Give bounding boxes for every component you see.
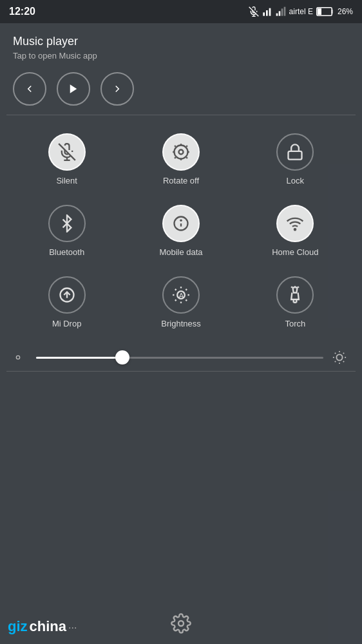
- bluetooth-icon: [58, 214, 76, 232]
- svg-line-57: [335, 361, 336, 362]
- brightness-label: Brightness: [161, 319, 200, 328]
- svg-line-20: [186, 146, 187, 147]
- notification-panel: Music player Tap to open Music app: [0, 23, 362, 644]
- play-button[interactable]: [57, 72, 90, 106]
- silent-icon: [58, 143, 76, 161]
- next-icon: [111, 83, 123, 95]
- svg-point-50: [336, 354, 342, 360]
- svg-line-36: [175, 289, 176, 290]
- watermark: giz china ···: [8, 618, 77, 635]
- bluetooth-label: Bluetooth: [49, 247, 84, 257]
- battery-label: 26%: [338, 7, 353, 16]
- music-player: Music player Tap to open Music app: [0, 23, 362, 115]
- mi-drop-icon: [58, 286, 76, 304]
- brightness-icon: A: [172, 286, 190, 304]
- brightness-track[interactable]: [36, 357, 323, 359]
- music-controls: [13, 72, 349, 106]
- svg-rect-6: [276, 14, 278, 16]
- music-player-subtitle: Tap to open Music app: [13, 51, 349, 61]
- bluetooth-icon-circle: [48, 205, 86, 242]
- watermark-giz: giz: [8, 618, 28, 635]
- svg-rect-5: [269, 8, 271, 16]
- status-bar: 12:20 airtel E 26%: [0, 0, 362, 23]
- quick-settings-grid: Silent Rotate off: [0, 115, 362, 335]
- svg-rect-9: [283, 7, 285, 16]
- torch-icon: [286, 286, 304, 304]
- qs-mi-drop[interactable]: Mi Drop: [13, 276, 120, 328]
- rotate-off-icon: [172, 143, 190, 161]
- brightness-thumb[interactable]: [115, 350, 129, 365]
- qs-silent[interactable]: Silent: [13, 133, 120, 185]
- brightness-max-icon: [332, 350, 349, 365]
- svg-point-31: [294, 229, 296, 230]
- brightness-slider-row: [0, 335, 362, 371]
- svg-line-40: [175, 299, 176, 301]
- svg-line-58: [343, 353, 344, 354]
- watermark-china: china: [30, 618, 66, 635]
- svg-rect-11: [318, 8, 321, 15]
- svg-line-26: [175, 146, 176, 147]
- svg-point-18: [178, 150, 183, 155]
- mute-icon: [249, 6, 259, 17]
- settings-button[interactable]: [171, 613, 191, 634]
- svg-rect-7: [278, 11, 280, 15]
- next-button[interactable]: [100, 72, 134, 106]
- svg-rect-4: [266, 10, 268, 16]
- svg-line-54: [343, 361, 344, 362]
- qs-bluetooth[interactable]: Bluetooth: [13, 205, 120, 257]
- svg-line-24: [175, 157, 176, 158]
- prev-button[interactable]: [13, 72, 46, 106]
- home-cloud-icon-circle: [276, 205, 314, 242]
- prev-icon: [24, 83, 35, 95]
- status-icons: airtel E 26%: [249, 6, 353, 17]
- svg-line-41: [186, 289, 187, 290]
- qs-home-cloud[interactable]: Home Cloud: [242, 205, 349, 257]
- sun-min-icon: [13, 352, 23, 363]
- silent-icon-circle: [48, 133, 86, 171]
- play-icon: [68, 83, 79, 95]
- svg-line-22: [186, 157, 187, 158]
- silent-label: Silent: [56, 176, 77, 185]
- carrier-label: airtel E: [289, 7, 313, 16]
- sun-max-icon: [332, 350, 347, 365]
- svg-rect-27: [289, 151, 302, 160]
- rotate-off-label: Rotate off: [163, 176, 199, 185]
- svg-point-17: [174, 146, 187, 159]
- mi-drop-icon-circle: [48, 276, 86, 314]
- qs-lock[interactable]: Lock: [242, 133, 349, 185]
- home-cloud-label: Home Cloud: [272, 247, 318, 257]
- music-player-title: Music player: [13, 35, 349, 48]
- qs-mobile-data[interactable]: Mobile data: [127, 205, 234, 257]
- lock-icon: [286, 143, 304, 161]
- signal-icon: [276, 6, 286, 17]
- qs-brightness[interactable]: A Brightness: [127, 276, 234, 328]
- watermark-dots: ···: [68, 622, 77, 634]
- svg-text:A: A: [178, 291, 184, 299]
- lock-label: Lock: [287, 176, 304, 185]
- qs-torch[interactable]: Torch: [242, 276, 349, 328]
- brightness-fill: [36, 357, 122, 359]
- svg-point-49: [16, 355, 19, 359]
- status-time: 12:20: [9, 6, 35, 17]
- qs-rotate-off[interactable]: Rotate off: [127, 133, 234, 185]
- svg-line-47: [291, 287, 292, 287]
- mobile-data-icon: [172, 214, 190, 232]
- torch-label: Torch: [285, 319, 305, 328]
- mi-drop-label: Mi Drop: [52, 319, 82, 328]
- mobile-data-icon-circle: [162, 205, 200, 242]
- brightness-icon-circle: A: [162, 276, 200, 314]
- svg-line-48: [298, 287, 299, 287]
- svg-marker-13: [70, 84, 77, 93]
- network-icon: [262, 6, 272, 17]
- mobile-data-label: Mobile data: [159, 247, 202, 257]
- rotate-off-icon-circle: [162, 133, 200, 171]
- svg-point-59: [178, 621, 184, 626]
- torch-icon-circle: [276, 276, 314, 314]
- svg-rect-3: [263, 12, 265, 15]
- battery-icon: [316, 7, 334, 16]
- divider-2: [6, 371, 356, 372]
- gear-icon: [171, 613, 191, 634]
- svg-line-53: [335, 353, 336, 354]
- svg-line-37: [186, 299, 187, 301]
- brightness-min-icon: [13, 352, 27, 363]
